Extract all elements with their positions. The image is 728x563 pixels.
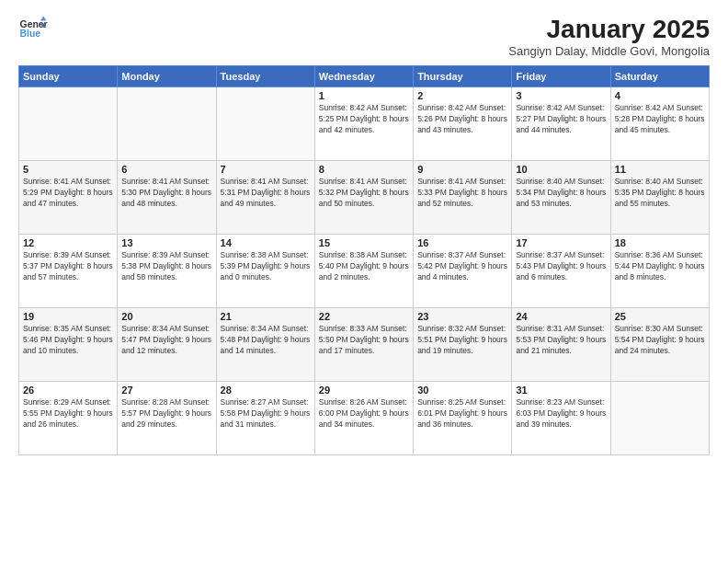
subtitle: Sangiyn Dalay, Middle Govi, Mongolia [508, 44, 710, 58]
table-row: 30Sunrise: 8:25 AM Sunset: 6:01 PM Dayli… [414, 382, 512, 455]
day-number: 5 [23, 164, 113, 175]
header-row: Sunday Monday Tuesday Wednesday Thursday… [19, 66, 710, 87]
day-number: 24 [516, 311, 606, 322]
day-info: Sunrise: 8:34 AM Sunset: 5:48 PM Dayligh… [221, 324, 311, 357]
table-row [19, 87, 118, 161]
day-info: Sunrise: 8:38 AM Sunset: 5:39 PM Dayligh… [221, 250, 311, 283]
col-monday: Monday [118, 66, 216, 87]
day-info: Sunrise: 8:33 AM Sunset: 5:50 PM Dayligh… [319, 324, 409, 357]
month-title: January 2025 [508, 15, 710, 44]
table-row: 3Sunrise: 8:42 AM Sunset: 5:27 PM Daylig… [512, 87, 610, 161]
table-row: 22Sunrise: 8:33 AM Sunset: 5:50 PM Dayli… [314, 308, 413, 382]
table-row: 18Sunrise: 8:36 AM Sunset: 5:44 PM Dayli… [610, 235, 709, 308]
day-number: 22 [319, 311, 409, 322]
day-number: 12 [23, 237, 113, 248]
day-info: Sunrise: 8:36 AM Sunset: 5:44 PM Dayligh… [615, 250, 705, 283]
day-number: 18 [615, 237, 705, 248]
table-row [216, 87, 314, 161]
day-number: 17 [516, 237, 606, 248]
col-saturday: Saturday [610, 66, 709, 87]
calendar-week-5: 26Sunrise: 8:29 AM Sunset: 5:55 PM Dayli… [19, 382, 710, 455]
logo: General Blue [18, 15, 48, 44]
day-info: Sunrise: 8:38 AM Sunset: 5:40 PM Dayligh… [319, 250, 409, 283]
table-row: 27Sunrise: 8:28 AM Sunset: 5:57 PM Dayli… [118, 382, 216, 455]
day-info: Sunrise: 8:41 AM Sunset: 5:33 PM Dayligh… [417, 177, 507, 210]
day-info: Sunrise: 8:25 AM Sunset: 6:01 PM Dayligh… [417, 397, 507, 431]
table-row: 7Sunrise: 8:41 AM Sunset: 5:31 PM Daylig… [216, 161, 314, 235]
table-row: 25Sunrise: 8:30 AM Sunset: 5:54 PM Dayli… [610, 308, 709, 382]
day-number: 29 [319, 385, 409, 396]
day-number: 31 [516, 385, 606, 396]
table-row: 21Sunrise: 8:34 AM Sunset: 5:48 PM Dayli… [216, 308, 314, 382]
day-info: Sunrise: 8:26 AM Sunset: 6:00 PM Dayligh… [319, 397, 409, 431]
day-number: 25 [615, 311, 705, 322]
day-info: Sunrise: 8:42 AM Sunset: 5:27 PM Dayligh… [516, 103, 606, 136]
day-info: Sunrise: 8:30 AM Sunset: 5:54 PM Dayligh… [615, 324, 705, 357]
day-info: Sunrise: 8:27 AM Sunset: 5:58 PM Dayligh… [221, 397, 311, 431]
day-info: Sunrise: 8:37 AM Sunset: 5:43 PM Dayligh… [516, 250, 606, 283]
calendar-week-1: 1Sunrise: 8:42 AM Sunset: 5:25 PM Daylig… [19, 87, 710, 161]
table-row: 20Sunrise: 8:34 AM Sunset: 5:47 PM Dayli… [118, 308, 216, 382]
day-info: Sunrise: 8:41 AM Sunset: 5:32 PM Dayligh… [319, 177, 409, 210]
day-number: 4 [615, 90, 705, 101]
day-number: 11 [615, 164, 705, 175]
day-number: 19 [23, 311, 113, 322]
table-row: 26Sunrise: 8:29 AM Sunset: 5:55 PM Dayli… [19, 382, 118, 455]
day-number: 30 [417, 385, 507, 396]
svg-marker-2 [40, 17, 46, 21]
col-thursday: Thursday [414, 66, 512, 87]
table-row: 6Sunrise: 8:41 AM Sunset: 5:30 PM Daylig… [118, 161, 216, 235]
table-row: 15Sunrise: 8:38 AM Sunset: 5:40 PM Dayli… [314, 235, 413, 308]
day-info: Sunrise: 8:40 AM Sunset: 5:34 PM Dayligh… [516, 177, 606, 210]
col-tuesday: Tuesday [216, 66, 314, 87]
day-number: 13 [121, 237, 211, 248]
day-number: 26 [23, 385, 113, 396]
calendar-week-2: 5Sunrise: 8:41 AM Sunset: 5:29 PM Daylig… [19, 161, 710, 235]
day-number: 28 [221, 385, 311, 396]
day-number: 3 [516, 90, 606, 101]
day-number: 7 [221, 164, 311, 175]
day-number: 16 [417, 237, 507, 248]
table-row [610, 382, 709, 455]
table-row: 5Sunrise: 8:41 AM Sunset: 5:29 PM Daylig… [19, 161, 118, 235]
calendar: Sunday Monday Tuesday Wednesday Thursday… [18, 65, 710, 455]
day-info: Sunrise: 8:23 AM Sunset: 6:03 PM Dayligh… [516, 397, 606, 431]
table-row: 1Sunrise: 8:42 AM Sunset: 5:25 PM Daylig… [314, 87, 413, 161]
table-row: 14Sunrise: 8:38 AM Sunset: 5:39 PM Dayli… [216, 235, 314, 308]
day-number: 21 [221, 311, 311, 322]
day-info: Sunrise: 8:37 AM Sunset: 5:42 PM Dayligh… [417, 250, 507, 283]
day-number: 9 [417, 164, 507, 175]
calendar-week-3: 12Sunrise: 8:39 AM Sunset: 5:37 PM Dayli… [19, 235, 710, 308]
day-info: Sunrise: 8:35 AM Sunset: 5:46 PM Dayligh… [23, 324, 113, 357]
day-number: 2 [417, 90, 507, 101]
table-row: 29Sunrise: 8:26 AM Sunset: 6:00 PM Dayli… [314, 382, 413, 455]
day-number: 23 [417, 311, 507, 322]
day-number: 27 [121, 385, 211, 396]
day-info: Sunrise: 8:32 AM Sunset: 5:51 PM Dayligh… [417, 324, 507, 357]
table-row: 2Sunrise: 8:42 AM Sunset: 5:26 PM Daylig… [414, 87, 512, 161]
table-row: 19Sunrise: 8:35 AM Sunset: 5:46 PM Dayli… [19, 308, 118, 382]
day-info: Sunrise: 8:39 AM Sunset: 5:37 PM Dayligh… [23, 250, 113, 283]
table-row: 8Sunrise: 8:41 AM Sunset: 5:32 PM Daylig… [314, 161, 413, 235]
title-block: January 2025 Sangiyn Dalay, Middle Govi,… [508, 15, 710, 58]
table-row: 10Sunrise: 8:40 AM Sunset: 5:34 PM Dayli… [512, 161, 610, 235]
day-number: 20 [121, 311, 211, 322]
table-row: 17Sunrise: 8:37 AM Sunset: 5:43 PM Dayli… [512, 235, 610, 308]
day-info: Sunrise: 8:39 AM Sunset: 5:38 PM Dayligh… [121, 250, 211, 283]
table-row: 16Sunrise: 8:37 AM Sunset: 5:42 PM Dayli… [414, 235, 512, 308]
col-wednesday: Wednesday [314, 66, 413, 87]
header: General Blue January 2025 Sangiyn Dalay,… [18, 15, 710, 58]
day-info: Sunrise: 8:31 AM Sunset: 5:53 PM Dayligh… [516, 324, 606, 357]
svg-text:Blue: Blue [20, 29, 41, 39]
day-info: Sunrise: 8:42 AM Sunset: 5:28 PM Dayligh… [615, 103, 705, 136]
table-row: 12Sunrise: 8:39 AM Sunset: 5:37 PM Dayli… [19, 235, 118, 308]
day-info: Sunrise: 8:28 AM Sunset: 5:57 PM Dayligh… [121, 397, 211, 431]
day-info: Sunrise: 8:41 AM Sunset: 5:31 PM Dayligh… [221, 177, 311, 210]
logo-icon: General Blue [18, 15, 48, 44]
table-row: 13Sunrise: 8:39 AM Sunset: 5:38 PM Dayli… [118, 235, 216, 308]
day-info: Sunrise: 8:40 AM Sunset: 5:35 PM Dayligh… [615, 177, 705, 210]
day-info: Sunrise: 8:42 AM Sunset: 5:26 PM Dayligh… [417, 103, 507, 136]
day-number: 15 [319, 237, 409, 248]
table-row: 11Sunrise: 8:40 AM Sunset: 5:35 PM Dayli… [610, 161, 709, 235]
day-info: Sunrise: 8:41 AM Sunset: 5:29 PM Dayligh… [23, 177, 113, 210]
